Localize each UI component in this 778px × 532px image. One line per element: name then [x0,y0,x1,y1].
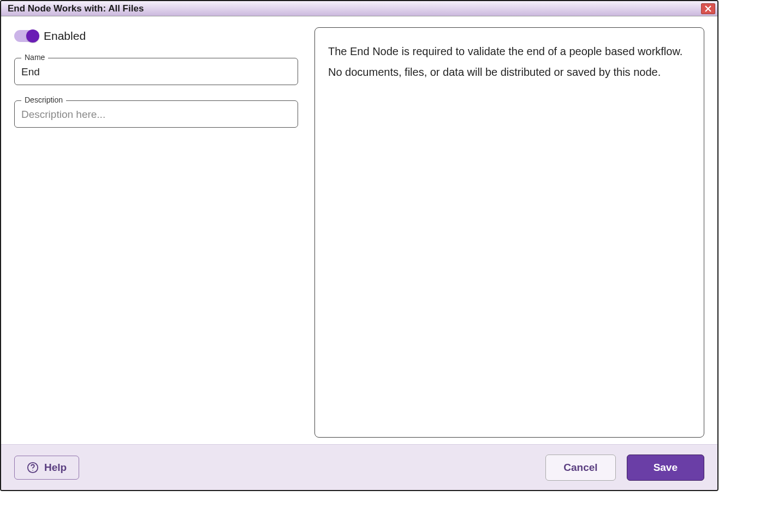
info-text: The End Node is required to validate the… [328,41,691,82]
name-field-label: Name [21,53,48,62]
enabled-toggle[interactable] [14,30,38,42]
cancel-button-label: Cancel [563,462,597,474]
name-input[interactable] [15,58,298,85]
dialog-body: Enabled Name Description The End Node is… [1,16,717,444]
dialog-footer: Help Cancel Save [1,444,717,490]
name-field-group: Name [14,58,298,85]
close-button[interactable] [701,3,715,14]
description-field-label: Description [21,95,66,104]
description-field-group: Description [14,100,298,128]
dialog-window: End Node Works with: All Files Enabled N… [0,0,718,491]
help-button-label: Help [44,462,67,474]
close-icon [705,5,711,12]
footer-left: Help [14,456,79,480]
enabled-toggle-row: Enabled [14,29,298,43]
enabled-toggle-label: Enabled [44,29,86,43]
svg-point-1 [32,470,33,471]
toggle-knob [26,29,39,43]
title-bar: End Node Works with: All Files [1,1,717,16]
help-button[interactable]: Help [14,456,79,480]
dialog-title: End Node Works with: All Files [8,3,144,14]
form-panel: Enabled Name Description [14,27,298,438]
info-panel: The End Node is required to validate the… [314,27,704,438]
description-input[interactable] [15,101,298,127]
cancel-button[interactable]: Cancel [545,455,615,481]
help-icon [27,462,39,474]
footer-right: Cancel Save [545,455,704,481]
save-button-label: Save [654,462,678,474]
save-button[interactable]: Save [627,455,704,481]
